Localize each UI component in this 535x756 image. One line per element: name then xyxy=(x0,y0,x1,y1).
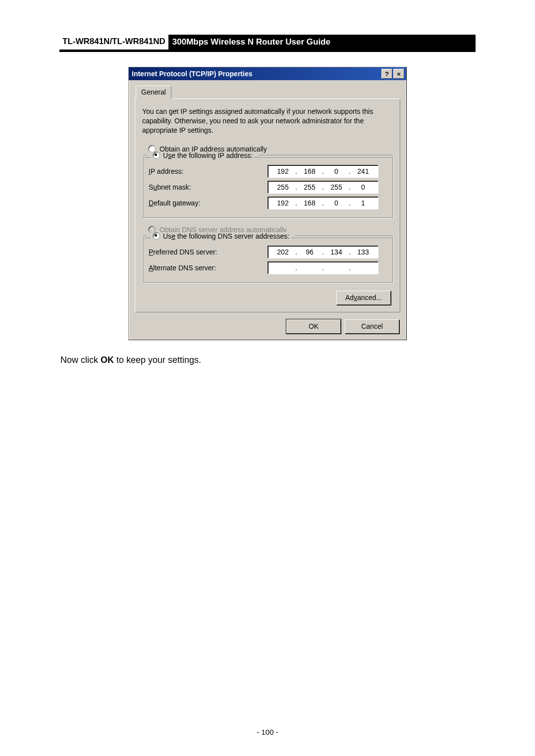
input-subnet-mask[interactable]: 255. 255. 255. 0 xyxy=(268,181,378,194)
dialog-title: Internet Protocol (TCP/IP) Properties xyxy=(131,70,252,78)
help-button[interactable]: ? xyxy=(381,69,392,79)
advanced-button[interactable]: Advanced... xyxy=(336,291,391,305)
radio-use-dns-label: Use the following DNS server addresses: xyxy=(163,232,289,240)
input-default-gateway[interactable]: 192. 168. 0. 1 xyxy=(268,197,378,209)
page-number: - 100 - xyxy=(0,728,535,736)
input-ip-address[interactable]: 192. 168. 0. 241 xyxy=(268,165,378,178)
ip-address-group: Use the following IP address: IP address… xyxy=(142,157,393,218)
cancel-button[interactable]: Cancel xyxy=(345,319,399,334)
dns-server-group: Use the following DNS server addresses: … xyxy=(142,238,393,283)
dialog-titlebar: Internet Protocol (TCP/IP) Properties ? … xyxy=(129,67,406,80)
tcpip-properties-dialog: Internet Protocol (TCP/IP) Properties ? … xyxy=(128,67,407,340)
label-ip-address: IP address: xyxy=(149,167,268,175)
input-preferred-dns[interactable]: 202. 96. 134. 133 xyxy=(268,246,378,258)
document-header: TL-WR841N/TL-WR841ND 300Mbps Wireless N … xyxy=(59,35,476,52)
close-button[interactable]: × xyxy=(393,69,404,79)
radio-use-dns-row[interactable]: Use the following DNS server addresses: xyxy=(151,232,291,240)
label-subnet-mask: Subnet mask: xyxy=(149,183,268,191)
header-model: TL-WR841N/TL-WR841ND xyxy=(59,37,168,48)
ok-button[interactable]: OK xyxy=(286,319,341,334)
radio-use-ip-row[interactable]: Use the following IP address: xyxy=(151,151,255,159)
header-title: 300Mbps Wireless N Router User Guide xyxy=(168,35,476,50)
radio-use-ip-label: Use the following IP address: xyxy=(163,151,253,159)
tab-general[interactable]: General xyxy=(136,86,171,99)
tab-panel-general: You can get IP settings assigned automat… xyxy=(135,99,400,312)
label-preferred-dns: Preferred DNS server: xyxy=(149,248,268,256)
instruction-text: Now click OK to keep your settings. xyxy=(60,355,476,365)
label-alternate-dns: Alternate DNS server: xyxy=(149,264,268,272)
label-default-gateway: Default gateway: xyxy=(149,199,268,207)
input-alternate-dns[interactable]: . . . xyxy=(268,261,378,274)
radio-use-dns[interactable] xyxy=(153,232,160,240)
radio-use-ip[interactable] xyxy=(153,151,160,159)
description-text: You can get IP settings assigned automat… xyxy=(142,107,393,135)
